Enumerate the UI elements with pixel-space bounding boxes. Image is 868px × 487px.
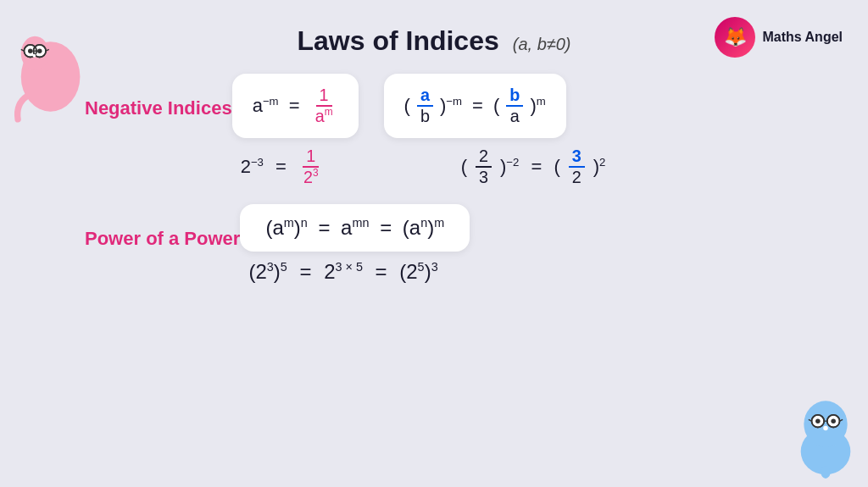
neg-f2-lhs-frac: a b bbox=[417, 86, 433, 126]
neg-ex2-lhs-close: )−2 bbox=[500, 156, 519, 178]
neg-f2-lhs-close: )−m bbox=[440, 95, 462, 117]
pop-ex-mid: 23 × 5 bbox=[324, 260, 363, 284]
pop-formulas: (am)n = amn = (an)m (23)5 = 23 × 5 = (25… bbox=[240, 204, 834, 284]
pop-f-mid: amn bbox=[341, 216, 369, 240]
neg-ex1-den: 23 bbox=[300, 168, 322, 187]
svg-point-24 bbox=[821, 466, 831, 479]
neg-ex2-rhs-open: ( bbox=[554, 156, 559, 178]
title-group: Laws of Indices (a, b≠0) bbox=[297, 25, 570, 57]
pop-card-row: (am)n = amn = (an)m bbox=[240, 204, 834, 252]
neg-ex2-2b: 2 bbox=[569, 168, 585, 187]
neg-f1-frac: 1 am bbox=[312, 86, 337, 126]
neg-ex1-num: 1 bbox=[303, 147, 319, 168]
neg-formula-1: a−m = 1 am bbox=[253, 86, 338, 126]
neg-f1-lhs: a−m bbox=[253, 95, 279, 117]
logo-text: Maths Angel bbox=[762, 30, 843, 45]
svg-point-13 bbox=[804, 401, 847, 447]
neg-card-2: ( a b )−m = ( b a )m bbox=[384, 74, 566, 138]
content-area: Negative Indices a−m = 1 am bbox=[0, 57, 868, 301]
svg-point-23 bbox=[823, 426, 828, 431]
neg-example-2: ( 2 3 )−2 = ( 3 2 )2 bbox=[461, 147, 606, 187]
neg-f2-a2: a bbox=[507, 107, 523, 126]
pop-example: (23)5 = 23 × 5 = (25)3 bbox=[248, 260, 437, 284]
neg-f2-rhs-close: )m bbox=[530, 95, 545, 117]
neg-f2-a: a bbox=[417, 86, 433, 107]
negative-indices-section: Negative Indices a−m = 1 am bbox=[34, 74, 834, 187]
logo-icon: 🦊 bbox=[715, 17, 755, 58]
neg-ex2-rhs-close: )2 bbox=[593, 156, 606, 178]
pop-f-lhs: (am)n bbox=[265, 216, 307, 240]
neg-formula-2: ( a b )−m = ( b a )m bbox=[404, 86, 546, 126]
neg-f2-rhs-open: ( bbox=[493, 95, 499, 117]
negative-indices-formulas: a−m = 1 am ( a b bbox=[232, 74, 834, 187]
neg-f2-rhs-frac: b a bbox=[506, 86, 523, 126]
power-of-power-section: Power of a Power (am)n = amn = (an)m bbox=[34, 204, 834, 284]
power-of-power-label: Power of a Power bbox=[34, 204, 240, 250]
neg-card-1: a−m = 1 am bbox=[232, 74, 359, 138]
pop-ex-rhs: (25)3 bbox=[399, 260, 437, 284]
neg-ex2-rhs-frac: 3 2 bbox=[569, 147, 585, 187]
neg-f2-b2: b bbox=[506, 86, 523, 107]
neg-f1-eq: = bbox=[284, 95, 305, 117]
logo: 🦊 Maths Angel bbox=[715, 17, 843, 58]
neg-formula-row1: a−m = 1 am ( a b bbox=[232, 74, 834, 138]
pop-example-row: (23)5 = 23 × 5 = (25)3 bbox=[240, 260, 834, 284]
neg-ex1-eq: = bbox=[270, 156, 292, 178]
neg-ex1-lhs: 2−3 bbox=[241, 156, 264, 178]
pop-ex-lhs: (23)5 bbox=[248, 260, 287, 284]
header: Laws of Indices (a, b≠0) 🦊 Maths Angel bbox=[0, 0, 868, 57]
neg-ex2-3: 3 bbox=[476, 168, 492, 187]
pop-f-eq1: = bbox=[313, 216, 336, 240]
pop-formula: (am)n = amn = (an)m bbox=[265, 216, 444, 240]
subtitle: (a, b≠0) bbox=[513, 35, 571, 54]
neg-f2-eq: = bbox=[467, 95, 488, 117]
neg-ex2-lhs-open: ( bbox=[461, 156, 467, 178]
deco-blue-character bbox=[792, 385, 860, 479]
neg-ex2-eq: = bbox=[526, 156, 547, 178]
neg-ex1-frac: 1 23 bbox=[300, 147, 322, 187]
main-title: Laws of Indices bbox=[297, 25, 498, 57]
neg-ex2-lhs-frac: 2 3 bbox=[476, 147, 492, 187]
neg-ex2-3b: 3 bbox=[569, 147, 585, 168]
neg-ex2-2: 2 bbox=[476, 147, 492, 168]
neg-example-row: 2−3 = 1 23 ( 2 3 )−2 = ( bbox=[232, 147, 834, 187]
pop-f-eq2: = bbox=[374, 216, 397, 240]
neg-f1-den: am bbox=[312, 107, 337, 126]
neg-f2-lhs-open: ( bbox=[404, 95, 410, 117]
neg-example-1: 2−3 = 1 23 bbox=[241, 147, 436, 187]
pop-ex-eq1: = bbox=[294, 260, 317, 284]
pop-f-rhs: (an)m bbox=[403, 216, 444, 240]
pop-ex-eq2: = bbox=[370, 260, 392, 284]
svg-point-22 bbox=[831, 418, 836, 423]
pop-card: (am)n = amn = (an)m bbox=[240, 204, 470, 252]
neg-f1-num: 1 bbox=[316, 86, 332, 107]
neg-f2-b: b bbox=[417, 107, 433, 126]
svg-point-21 bbox=[815, 418, 821, 423]
